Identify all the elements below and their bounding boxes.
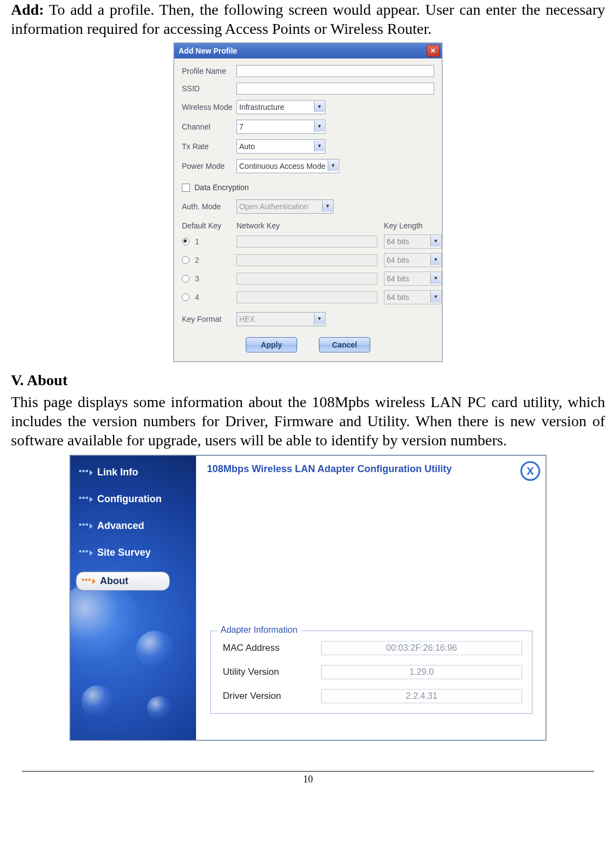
key2-radio[interactable] [182, 256, 189, 264]
wireless-mode-select[interactable]: Infrastructure▼ [236, 100, 325, 114]
nav-site-survey[interactable]: Site Survey [76, 545, 191, 561]
mac-address-label: MAC Address [223, 643, 321, 654]
data-encryption-checkbox[interactable] [182, 184, 190, 192]
adapter-info-fieldset: Adapter Information MAC Address 00:03:2F… [210, 631, 532, 714]
key3-num: 3 [195, 274, 199, 283]
key1-radio[interactable] [182, 238, 189, 245]
about-paragraph: This page displays some information abou… [11, 392, 605, 450]
apply-button[interactable]: Apply [246, 337, 297, 352]
nav-link-info[interactable]: Link Info [76, 464, 191, 480]
channel-label: Channel [182, 122, 236, 131]
key2-num: 2 [195, 256, 199, 264]
tx-rate-select[interactable]: Auto▼ [236, 139, 325, 154]
nav-icon [79, 550, 93, 556]
close-button[interactable]: ✕ [427, 45, 440, 57]
dialog-titlebar: Add New Profile ✕ [174, 43, 442, 58]
auth-mode-label: Auth. Mode [182, 202, 236, 211]
network-key-header: Network Key [236, 221, 384, 230]
key-length-header: Key Length [384, 221, 434, 230]
nav-icon [79, 497, 93, 502]
key2-length-select: 64 bits▼ [384, 253, 442, 267]
key1-input [236, 236, 377, 248]
nav-icon [79, 470, 93, 475]
tx-rate-label: Tx Rate [182, 142, 236, 151]
intro-text: To add a profile. Then, the following sc… [11, 1, 605, 37]
mac-address-value: 00:03:2F:26:16:96 [321, 641, 522, 655]
add-profile-dialog: Add New Profile ✕ Profile Name SSID Wire… [174, 43, 442, 362]
chevron-down-icon: ▼ [430, 273, 441, 284]
fieldset-legend: Adapter Information [217, 625, 301, 635]
nav-icon [82, 579, 96, 584]
driver-version-value: 2.2.4.31 [321, 689, 522, 703]
chevron-down-icon: ▼ [328, 160, 338, 171]
utility-main: 108Mbps Wireless LAN Adapter Configurati… [196, 456, 546, 740]
nav-icon [79, 523, 93, 529]
chevron-down-icon: ▼ [314, 101, 324, 112]
profile-name-label: Profile Name [182, 67, 236, 75]
data-encryption-label: Data Encryption [194, 183, 249, 192]
key2-input [236, 254, 377, 266]
utility-version-label: Utility Version [223, 667, 321, 678]
nav-about[interactable]: About [76, 572, 170, 591]
dialog-title: Add New Profile [179, 46, 237, 55]
chevron-down-icon: ▼ [322, 201, 333, 211]
chevron-down-icon: ▼ [430, 236, 441, 246]
nav-advanced[interactable]: Advanced [76, 518, 191, 534]
close-button[interactable]: X [520, 461, 540, 481]
power-mode-select[interactable]: Continuous Access Mode▼ [236, 159, 339, 173]
key3-length-select: 64 bits▼ [384, 272, 442, 286]
nav-configuration[interactable]: Configuration [76, 491, 191, 507]
utility-title: 108Mbps Wireless LAN Adapter Configurati… [196, 456, 546, 482]
page-number: 10 [11, 774, 605, 785]
ssid-label: SSID [182, 84, 236, 93]
chevron-down-icon: ▼ [430, 291, 441, 302]
key4-num: 4 [195, 293, 199, 302]
cancel-button[interactable]: Cancel [319, 337, 370, 352]
key1-length-select: 64 bits▼ [384, 234, 442, 249]
ssid-input[interactable] [236, 83, 434, 95]
auth-mode-select: Open Authentication▼ [236, 199, 334, 214]
default-key-header: Default Key [182, 221, 236, 230]
driver-version-label: Driver Version [223, 691, 321, 702]
utility-window: Link Info Configuration Advanced Site Su… [70, 455, 546, 740]
about-heading: V. About [11, 372, 605, 389]
chevron-down-icon: ▼ [430, 254, 441, 265]
intro-paragraph: Add: To add a profile. Then, the followi… [11, 0, 605, 38]
key4-length-select: 64 bits▼ [384, 290, 442, 304]
key3-radio[interactable] [182, 275, 189, 283]
utility-version-value: 1.29.0 [321, 665, 522, 679]
key3-input [236, 273, 377, 285]
close-icon: X [526, 465, 534, 478]
chevron-down-icon: ▼ [314, 140, 324, 151]
power-mode-label: Power Mode [182, 162, 236, 170]
key4-radio[interactable] [182, 293, 189, 301]
chevron-down-icon: ▼ [314, 121, 324, 132]
chevron-down-icon: ▼ [314, 313, 324, 324]
footer-rule [22, 771, 594, 772]
wireless-mode-label: Wireless Mode [182, 103, 236, 111]
key-format-select: HEX▼ [236, 312, 325, 326]
key4-input [236, 291, 377, 303]
profile-name-input[interactable] [236, 65, 434, 77]
add-label: Add: [11, 1, 44, 18]
channel-select[interactable]: 7▼ [236, 120, 325, 134]
key-format-label: Key Format [182, 315, 236, 323]
key1-num: 1 [195, 237, 199, 246]
close-icon: ✕ [430, 47, 436, 55]
sidebar: Link Info Configuration Advanced Site Su… [70, 456, 196, 740]
